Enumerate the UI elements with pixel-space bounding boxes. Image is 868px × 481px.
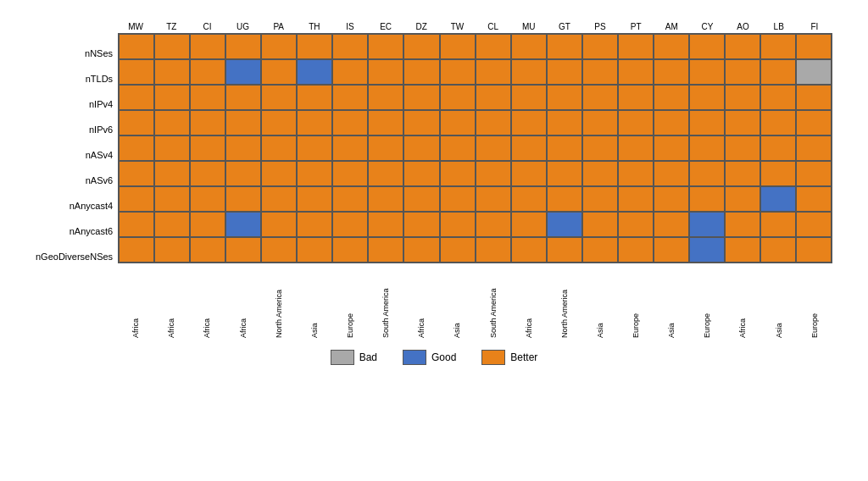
x-top-label: CI — [189, 22, 225, 31]
y-axis-labels: nNSesnTLDsnIPv4nIPv6nASv4nASv6nAnycast4n… — [36, 22, 118, 269]
x-bottom-label: North America — [261, 265, 297, 341]
heatmap-cell — [654, 59, 689, 85]
heatmap-cell — [368, 110, 403, 135]
heatmap-grid — [118, 33, 832, 263]
heatmap-cell — [261, 34, 297, 59]
heatmap-cell — [403, 59, 439, 85]
heatmap-cell — [119, 237, 154, 263]
heatmap-cell — [689, 85, 725, 110]
heatmap-cell — [368, 34, 403, 59]
heatmap-cell — [119, 85, 154, 110]
heatmap-cell — [476, 212, 511, 237]
heatmap-cell — [725, 110, 760, 135]
heatmap-cell — [796, 85, 832, 110]
heatmap-cell — [261, 110, 297, 135]
heatmap-cell — [261, 212, 297, 237]
heatmap-cell — [403, 212, 439, 237]
heatmap-cell — [154, 212, 190, 237]
heatmap-cell — [511, 110, 547, 135]
y-label: nASv6 — [36, 168, 118, 193]
heatmap-cell — [582, 59, 618, 85]
heatmap-cell — [618, 161, 654, 186]
heatmap-cell — [476, 110, 511, 135]
heatmap-cell — [547, 186, 582, 212]
x-bottom-label: Africa — [118, 265, 153, 341]
heatmap-cell — [225, 110, 261, 135]
heatmap-cell — [511, 237, 547, 263]
heatmap-cell — [332, 59, 368, 85]
heatmap-cell — [261, 186, 297, 212]
x-bottom-label: Asia — [582, 265, 618, 341]
heatmap-cell — [511, 186, 547, 212]
x-bottom-label: Africa — [511, 265, 547, 341]
x-top-label: TZ — [153, 22, 189, 31]
heatmap-cell — [796, 110, 832, 135]
heatmap-cell — [511, 34, 547, 59]
x-bottom-label: Asia — [439, 265, 475, 341]
heatmap-cell — [547, 59, 582, 85]
heatmap-cell — [725, 135, 760, 161]
heatmap-cell — [689, 161, 725, 186]
y-label: nNSes — [36, 41, 118, 66]
legend-label: Bad — [359, 351, 377, 363]
heatmap-cell — [476, 161, 511, 186]
heatmap-cell — [476, 237, 511, 263]
heatmap-cell — [547, 110, 582, 135]
heatmap-cell — [261, 135, 297, 161]
heatmap-cell — [547, 212, 582, 237]
heatmap-cell — [582, 237, 618, 263]
heatmap-cell — [119, 212, 154, 237]
heatmap-cell — [154, 237, 190, 263]
heatmap-cell — [476, 85, 511, 110]
y-label: nASv4 — [36, 142, 118, 168]
heatmap-cell — [547, 34, 582, 59]
heatmap-cell — [689, 34, 725, 59]
y-label: nAnycast4 — [36, 193, 118, 218]
legend-color-box — [481, 350, 505, 365]
heatmap-cell — [618, 237, 654, 263]
heatmap-cell — [618, 34, 654, 59]
heatmap-cell — [725, 237, 760, 263]
x-top-label: PT — [618, 22, 654, 31]
heatmap-row — [119, 59, 832, 85]
heatmap-cell — [725, 59, 760, 85]
chart-area: nNSesnTLDsnIPv4nIPv6nASv4nASv6nAnycast4n… — [36, 22, 832, 341]
heatmap-cell — [225, 212, 261, 237]
heatmap-cell — [154, 34, 190, 59]
heatmap-cell — [440, 186, 476, 212]
heatmap-cell — [760, 237, 796, 263]
x-top-label: AM — [654, 22, 689, 31]
x-top-label: FI — [797, 22, 832, 31]
heatmap-cell — [332, 212, 368, 237]
heatmap-cell — [547, 135, 582, 161]
x-bottom-label: Africa — [189, 265, 225, 341]
heatmap-cell — [654, 186, 689, 212]
x-top-label: TW — [439, 22, 475, 31]
heatmap-cell — [332, 161, 368, 186]
heatmap-cell — [154, 85, 190, 110]
x-top-label: PS — [582, 22, 618, 31]
heatmap-cell — [225, 135, 261, 161]
heatmap-cell — [725, 161, 760, 186]
heatmap-cell — [190, 212, 225, 237]
y-label: nGeoDiverseNSes — [36, 244, 118, 269]
legend-item: Bad — [331, 350, 377, 365]
heatmap-cell — [332, 237, 368, 263]
heatmap-cell — [476, 186, 511, 212]
legend-item: Better — [481, 350, 537, 365]
heatmap-cell — [654, 85, 689, 110]
heatmap-cell — [547, 161, 582, 186]
heatmap-cell — [190, 59, 225, 85]
heatmap-row — [119, 212, 832, 237]
heatmap-cell — [440, 237, 476, 263]
heatmap-cell — [440, 135, 476, 161]
x-bottom-label: Africa — [403, 265, 439, 341]
heatmap-cell — [618, 135, 654, 161]
heatmap-cell — [654, 34, 689, 59]
x-top-label: IS — [332, 22, 368, 31]
heatmap-cell — [511, 85, 547, 110]
heatmap-cell — [760, 85, 796, 110]
heatmap-cell — [511, 135, 547, 161]
heatmap-cell — [403, 34, 439, 59]
heatmap-row — [119, 85, 832, 110]
